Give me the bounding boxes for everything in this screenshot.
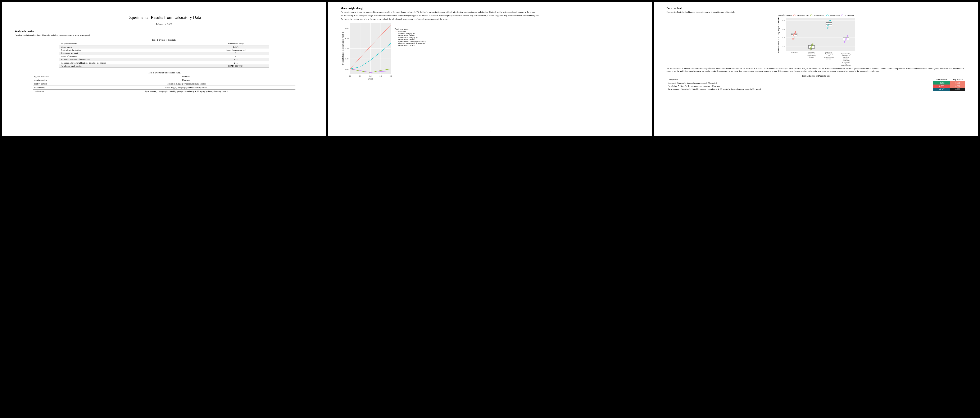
t3-comp: Isoniazid, 25mg/kg by intrapulmonary aer… [667,81,933,85]
t2-r2v: Novel drug A, 10mg/kg by intrapulmonary … [77,86,296,89]
svg-text:intrapulmonary: intrapulmonary [841,65,851,66]
t3-h1: Comparison [667,78,933,81]
t1-r5v: 2.15 [203,61,269,65]
svg-text:Untreated: Untreated [791,51,797,53]
table2-caption: Table 2: Treatments tested in this study… [14,72,313,74]
t3-est: 0.233 [933,84,950,87]
p2-para3: For this study, here's a plot of how the… [340,18,640,21]
table-row: Isoniazid, 25mg/kg by intrapulmonary aer… [667,81,966,85]
page2-number: 2 [328,130,652,133]
svg-text:200 ul by: 200 ul by [843,57,849,58]
t3-comp: Novel drug A, 10mg/kg by intrapulmonary … [667,84,933,87]
t2-r0k: negative control [33,78,77,82]
table1-caption: Table 1: Details of this study. [14,39,313,41]
t1-h2: Value in this study [203,42,269,45]
svg-text:6.0: 6.0 [783,28,785,30]
t1-r3v: 4 [203,55,269,58]
section-weight-change: Mouse weight change [340,7,640,10]
t1-r0v: Balb/c [203,45,269,49]
svg-text:5.6: 5.6 [783,45,785,47]
svg-text:8.0%: 8.0% [345,27,349,29]
svg-text:by: by [828,55,830,57]
svg-text:2.0: 2.0 [390,75,392,77]
svg-text:6.0%: 6.0% [345,37,349,39]
leg2: Novel drug A, 10mg/kg by intrapulmonary … [398,37,426,40]
t1-h1: Study characteristic [59,42,203,45]
svg-text:Pyrazinamide,: Pyrazinamide, [842,53,851,55]
svg-text:4.0%: 4.0% [345,48,349,49]
tl2: monotherapy [830,14,840,16]
t3-pval: 0.006 [950,84,966,87]
svg-text:Novel drug: Novel drug [825,51,832,53]
t1-r2k: Treatments per week [59,52,203,55]
t1-r0k: Mouse strain [59,45,203,49]
t1-r4v: 3.55 [203,58,269,61]
page-spread: Experimental Results from Laboratory Dat… [0,0,980,138]
t3-pval: 0.001 [950,81,966,85]
study-intro: Here is some information about this stud… [14,34,313,37]
svg-text:5.8: 5.8 [783,37,785,39]
svg-text:intrapulmonary: intrapulmonary [824,57,834,58]
svg-text:0.5: 0.5 [359,75,361,77]
svg-text:novel drug: novel drug [843,60,850,62]
box-chart: 5.65.86.06.2UntreatedIsoniazid,25mg/kg b… [776,17,856,66]
t3-pval: 0.228 [950,87,966,91]
tl3: combination [845,14,854,16]
line-legend-title: Treatment group [395,28,426,30]
p2-para2: We are looking at the change in weight o… [340,14,640,17]
t1-r2v: 3 [203,52,269,55]
svg-text:25mg/kg by: 25mg/kg by [808,53,816,55]
leg0: Untreated [398,30,406,32]
t2-r1v: Isoniazid, 25mg/kg by intrapulmonary aer… [77,82,296,86]
page-1: Experimental Results from Laboratory Dat… [2,2,326,136]
doc-title: Experimental Results from Laboratory Dat… [14,15,313,20]
svg-text:0.0: 0.0 [349,75,351,77]
t2-r1k: positive control [33,82,77,86]
table-treatments: Type of treatmentTreatment negative cont… [33,75,296,93]
svg-text:intrapulmonary: intrapulmonary [807,55,816,57]
table-study-details: Study characteristicValue in this study … [59,42,269,68]
t1-r3k: Weeks of treatment [59,55,203,58]
section-bacterial-load: Bacterial load [667,7,966,10]
svg-text:gavage +: gavage + [843,58,849,60]
svg-text:Bacteria count in left lung (l: Bacteria count in left lung (log–10 tran… [778,17,780,53]
t3-h2: Estimated diff. [933,78,950,81]
table-row: Novel drug A, 10mg/kg by intrapulmonary … [667,84,966,87]
t3-h3: Adj. p-value [950,78,966,81]
t3-est: -0.107 [933,87,950,91]
page-2: Mouse weight change For each treatment g… [328,2,652,136]
leg3: Pyrazinamide, 150mg/kg in 200 ul by gava… [398,41,426,46]
type-legend-title: Type of treatment [778,14,792,16]
svg-text:A, 10 mg/kg: A, 10 mg/kg [842,62,850,63]
t2-r3k: combination [33,89,77,93]
box-type-legend: Type of treatment negative control posit… [667,14,966,16]
t1-r5k: Measured Mtb bacterial load one day afte… [59,61,203,65]
p2-para1: For each treatment group, we measured th… [340,11,640,13]
leg1: Isoniazid, 25mg/kg by intrapulmonary aer… [398,33,426,37]
svg-text:1.0: 1.0 [369,75,372,77]
t1-r6v: COMP-001-TR21 [203,64,269,68]
svg-text:1.5: 1.5 [380,75,382,77]
t1-r6k: Novel drug batch number [59,64,203,68]
svg-text:6.2: 6.2 [783,19,785,21]
t2-h1: Type of treatment [33,75,77,78]
page1-number: 1 [2,130,326,133]
t1-r1k: Route of administration [59,49,203,52]
line-chart: 0.0%2.0%4.0%6.0%8.0%0.00.51.01.52.0weekP… [340,22,393,80]
svg-text:2.0%: 2.0% [345,58,349,60]
doc-date: February 4, 2022 [14,23,313,25]
p3-discussion: We are interested in whether certain tre… [667,67,966,73]
line-legend: Treatment group Untreated Isoniazid, 25m… [395,28,426,80]
table3-caption: Table 3: Results of Dunnett's test. [667,75,966,77]
t2-r0v: Untreated [77,78,296,82]
page-3: Bacterial load Here are the bacterial lo… [654,2,978,136]
tl1: positive control [814,14,826,16]
line-chart-container: 0.0%2.0%4.0%6.0%8.0%0.00.51.01.52.0weekP… [340,22,640,80]
t1-r1v: intrapulmonary aerosol [203,49,269,52]
page3-number: 3 [654,130,978,133]
t1-r4k: Measured inoculum of tuberculosis [59,58,203,61]
t2-r2k: monotherapy [33,86,77,89]
p3-intro: Here are the bacterial load in mice in e… [667,11,966,13]
svg-text:A, 10mg/kg: A, 10mg/kg [825,53,833,55]
svg-text:week: week [368,78,373,80]
